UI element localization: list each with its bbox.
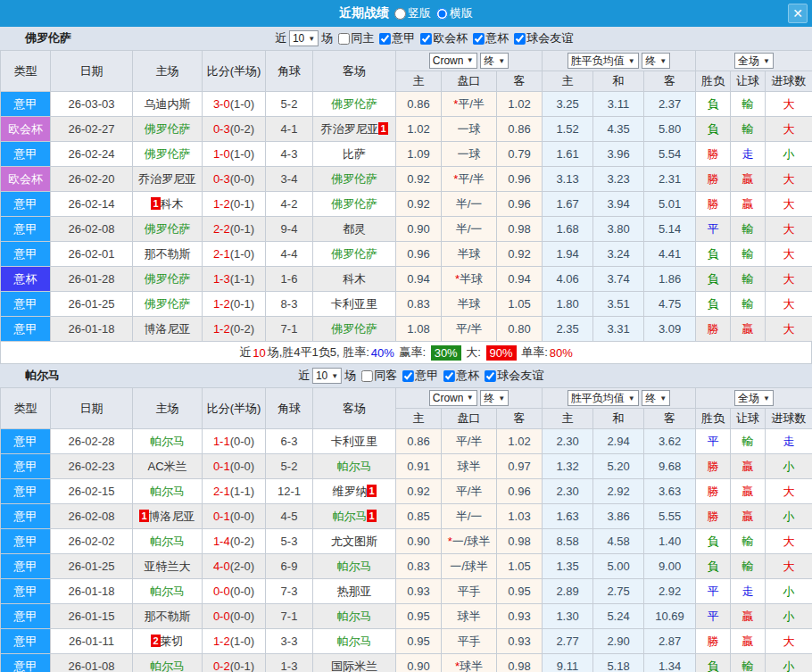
col-odds-away: 客: [497, 71, 543, 92]
handicap-cell: *半球: [442, 267, 497, 292]
col-date: 日期: [51, 51, 133, 92]
match-date: 26-02-08: [51, 504, 133, 529]
results-table: 类型 日期 主场 比分(半场) 角球 客场 Crown▼ 终▼ 胜平负均值▼ 终…: [0, 50, 812, 342]
goals-cell: 小: [766, 654, 812, 672]
avg-home-cell: 2.89: [543, 579, 593, 604]
away-team-cell: 卡利亚里: [313, 429, 396, 454]
league-tag: 意甲: [1, 142, 51, 167]
let-goal-cell: 贏: [731, 192, 766, 217]
avg-home-cell: 2.77: [543, 629, 593, 654]
avg-select[interactable]: 胜平负均值▼: [568, 390, 639, 406]
avg-draw-cell: 3.80: [593, 217, 644, 242]
same-venue-checkbox[interactable]: 同主: [336, 30, 374, 46]
away-odds-cell: 1.02: [497, 429, 543, 454]
league-input[interactable]: [443, 370, 455, 382]
games-count-select[interactable]: 10▼: [289, 30, 319, 46]
result-cell: 勝: [696, 629, 731, 654]
away-odds-cell: 1.05: [497, 292, 543, 317]
horizontal-radio[interactable]: [436, 8, 448, 20]
same-venue-checkbox[interactable]: 同客: [359, 368, 397, 384]
score-cell: 0-0(0-0): [203, 579, 266, 604]
period-select-2[interactable]: 终▼: [642, 53, 670, 69]
league-checkbox[interactable]: 意甲: [400, 368, 438, 384]
bookmaker-select[interactable]: Crown▼: [429, 390, 477, 406]
league-tag: 意甲: [1, 454, 51, 479]
league-checkbox[interactable]: 欧会杯: [418, 30, 468, 46]
scope-select[interactable]: 全场▼: [734, 53, 774, 69]
team-label: 博洛尼亚: [149, 510, 195, 523]
handicap-star: *: [455, 272, 460, 286]
goals-cell: 大: [766, 479, 812, 504]
league-tag: 意甲: [1, 529, 51, 554]
period-select[interactable]: 终▼: [480, 390, 509, 406]
away-team-cell: 比萨: [313, 142, 396, 167]
match-row: 意甲26-02-141科木1-2(0-1)4-2佛罗伦萨0.92半/一0.961…: [1, 192, 812, 217]
let-goal-cell: 贏: [731, 629, 766, 654]
away-team-cell: 都灵: [313, 217, 396, 242]
match-date: 26-03-03: [51, 92, 133, 117]
handicap-cell: *平/半: [442, 167, 497, 192]
scope-select[interactable]: 全场▼: [734, 390, 774, 406]
away-odds-cell: 0.97: [497, 454, 543, 479]
team-label: 帕尔马: [150, 585, 185, 598]
fulltime-score: 2-2: [213, 222, 230, 236]
home-odds-cell: 1.02: [396, 117, 442, 142]
league-tag: 意甲: [1, 292, 51, 317]
match-date: 26-01-08: [51, 654, 133, 672]
corner-cell: 4-1: [266, 117, 313, 142]
close-icon[interactable]: ✕: [788, 4, 808, 23]
home-odds-cell: 1.09: [396, 142, 442, 167]
corner-cell: 6-3: [266, 429, 313, 454]
league-input[interactable]: [379, 33, 391, 45]
layout-option-vertical[interactable]: 竖版: [394, 5, 431, 21]
let-goal-cell: 走: [731, 579, 766, 604]
avg-select[interactable]: 胜平负均值▼: [568, 53, 639, 69]
result-cell: 平: [696, 579, 731, 604]
league-input[interactable]: [402, 370, 414, 382]
league-input[interactable]: [420, 33, 432, 45]
team-label: 佛罗伦萨: [331, 172, 377, 186]
handicap-star: *: [448, 535, 452, 548]
team-label: 佛罗伦萨: [331, 97, 377, 111]
avg-home-cell: 3.25: [543, 92, 593, 117]
goals-cell: 小: [766, 454, 812, 479]
avg-home-cell: 3.13: [543, 167, 593, 192]
avg-away-cell: 2.31: [644, 167, 696, 192]
period-select[interactable]: 终▼: [480, 53, 509, 69]
league-checkbox[interactable]: 意杯: [441, 368, 479, 384]
league-checkbox[interactable]: 球会友谊: [511, 30, 573, 46]
col-let-goal: 让球: [731, 409, 766, 429]
home-team-cell: 佛罗伦萨: [133, 217, 203, 242]
summary-segment: 赢率:: [396, 344, 429, 361]
col-score: 比分(半场): [203, 388, 266, 429]
scope-group-header: 全场▼: [696, 388, 812, 409]
team-label: 科木: [161, 197, 184, 211]
result-cell: 負: [696, 92, 731, 117]
bookmaker-select[interactable]: Crown▼: [429, 53, 477, 69]
vertical-radio[interactable]: [394, 8, 406, 20]
league-checkbox[interactable]: 球会友谊: [482, 368, 543, 384]
league-checkbox[interactable]: 意甲: [377, 30, 415, 46]
layout-option-horizontal[interactable]: 横版: [436, 5, 473, 21]
home-team-cell: 1博洛尼亚: [133, 504, 203, 529]
goals-cell: 小: [766, 142, 812, 167]
team-label: 乔治罗尼亚: [320, 122, 378, 136]
home-odds-cell: 0.90: [396, 654, 442, 672]
games-count-select[interactable]: 10▼: [312, 368, 342, 384]
same-venue-input[interactable]: [338, 33, 350, 45]
league-checkbox[interactable]: 意杯: [470, 30, 509, 46]
league-input[interactable]: [473, 33, 485, 45]
avg-away-cell: 5.01: [644, 192, 696, 217]
chevron-down-icon: ▼: [498, 57, 505, 65]
halftime-score: (0-0): [230, 585, 254, 598]
score-cell: 1-4(0-2): [203, 529, 266, 554]
halftime-score: (0-1): [230, 197, 254, 211]
league-input[interactable]: [485, 370, 496, 382]
yellow-card-badge: 1: [367, 510, 376, 522]
same-venue-input[interactable]: [361, 370, 373, 382]
league-label: 意杯: [485, 30, 509, 46]
period-select-2[interactable]: 终▼: [642, 390, 670, 406]
team-label: 佛罗伦萨: [145, 297, 191, 311]
away-team-cell: 卡利亚里: [313, 292, 396, 317]
league-input[interactable]: [514, 33, 526, 45]
